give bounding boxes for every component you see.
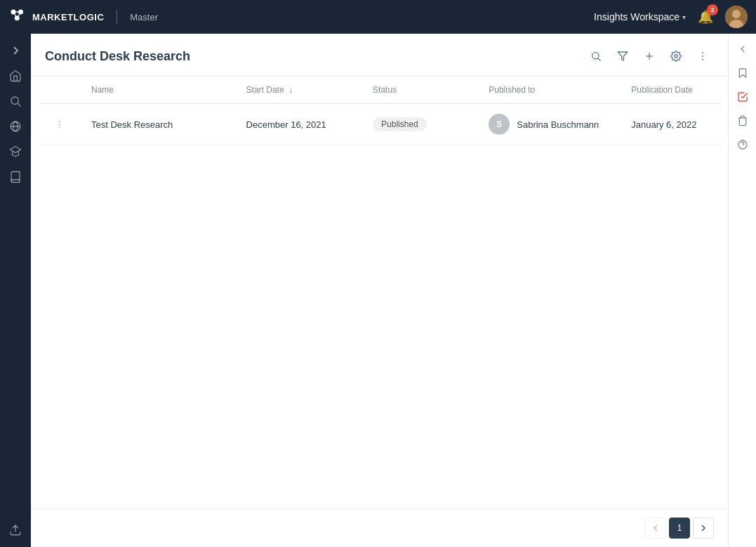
- row-publication-date: January 6, 2022: [620, 104, 719, 145]
- clipboard-check-icon: [737, 91, 748, 103]
- table-header: Name Start Date ↓ Status Published to: [39, 77, 719, 104]
- logo-text: MARKETLOGIC: [32, 12, 104, 22]
- workspace-selector[interactable]: Insights Workspace: [594, 11, 686, 22]
- svg-point-21: [675, 55, 677, 58]
- col-name-header: Name: [80, 77, 235, 104]
- marketlogic-logo: MARKETLOGIC: [8, 7, 104, 27]
- row-status: Published: [362, 104, 477, 145]
- svg-line-17: [598, 58, 601, 61]
- prev-page-button[interactable]: [645, 518, 666, 539]
- settings-button[interactable]: [665, 45, 687, 67]
- home-icon: [9, 70, 22, 82]
- page-1-button[interactable]: 1: [669, 518, 690, 539]
- instance-label: Master: [130, 12, 158, 22]
- next-page-button[interactable]: [693, 518, 714, 539]
- gear-icon: [670, 51, 682, 62]
- content-header: Conduct Desk Research: [31, 34, 728, 77]
- col-published-header: Published to: [477, 77, 620, 104]
- user-name: Sabrina Buschmann: [517, 119, 599, 130]
- research-table: Name Start Date ↓ Status Published to: [39, 77, 719, 145]
- svg-point-7: [732, 10, 741, 18]
- sidebar-item-home[interactable]: [4, 65, 27, 87]
- filter-button[interactable]: [611, 45, 634, 67]
- plus-icon: [644, 51, 655, 62]
- upload-icon: [9, 524, 22, 536]
- svg-point-24: [702, 59, 703, 60]
- more-options-button[interactable]: [691, 45, 714, 67]
- chevron-right-icon: [11, 46, 20, 55]
- chevron-left-icon: [652, 525, 659, 532]
- main-layout: Conduct Desk Research: [0, 34, 756, 547]
- row-published-to: S Sabrina Buschmann: [477, 104, 620, 145]
- row-menu-cell: [39, 104, 80, 145]
- sidebar-item-globe[interactable]: [4, 115, 27, 138]
- globe-icon: [9, 120, 22, 133]
- sidebar-item-search[interactable]: [4, 90, 27, 112]
- search-icon: [590, 51, 602, 62]
- svg-marker-14: [11, 147, 21, 153]
- top-navigation: MARKETLOGIC Master Insights Workspace 🔔 …: [0, 0, 756, 34]
- book-icon: [9, 171, 22, 183]
- filter-icon: [617, 51, 628, 62]
- svg-point-26: [59, 124, 60, 125]
- avatar-inner: [725, 6, 748, 28]
- sidebar-item-documents[interactable]: [4, 166, 27, 188]
- right-sidebar: [728, 34, 756, 547]
- svg-point-25: [59, 121, 60, 122]
- chevron-right-icon: [700, 525, 707, 532]
- svg-point-27: [59, 126, 60, 128]
- sort-icon: ↓: [289, 86, 293, 94]
- add-button[interactable]: [638, 45, 661, 67]
- svg-point-23: [702, 55, 703, 57]
- right-trash-icon[interactable]: [733, 111, 752, 131]
- table-row: Test Desk Research December 16, 2021 Pub…: [39, 104, 719, 145]
- sidebar-item-upload[interactable]: [4, 519, 27, 541]
- logo-divider: [117, 10, 117, 24]
- col-startdate-header[interactable]: Start Date ↓: [235, 77, 362, 104]
- right-tasks-icon[interactable]: [733, 87, 752, 107]
- right-help-icon[interactable]: [733, 135, 752, 154]
- content-area: Conduct Desk Research: [31, 34, 728, 547]
- col-status-header: Status: [362, 77, 477, 104]
- svg-marker-18: [618, 52, 627, 60]
- more-vertical-icon: [55, 119, 65, 129]
- right-sidebar-toggle[interactable]: [733, 39, 752, 59]
- row-name: Test Desk Research: [80, 104, 235, 145]
- sidebar-toggle-button[interactable]: [4, 39, 27, 62]
- logo-svg: [8, 7, 28, 27]
- row-menu-button[interactable]: [51, 118, 69, 131]
- user-cell: S Sabrina Buschmann: [489, 114, 609, 135]
- svg-point-16: [592, 53, 599, 59]
- user-avatar[interactable]: [725, 6, 748, 28]
- graduation-cap-icon: [9, 145, 22, 158]
- table-container: Name Start Date ↓ Status Published to: [31, 77, 728, 508]
- search-button[interactable]: [585, 45, 607, 67]
- avatar-image: [725, 6, 748, 28]
- user-avatar-small: S: [489, 114, 510, 135]
- row-start-date: December 16, 2021: [235, 104, 362, 145]
- trash-icon: [737, 115, 748, 126]
- right-bookmark-icon[interactable]: [733, 63, 752, 83]
- left-sidebar: [0, 34, 31, 547]
- svg-point-9: [11, 97, 19, 105]
- notifications-button[interactable]: 🔔 2: [694, 6, 717, 28]
- logo-area: MARKETLOGIC Master: [8, 7, 594, 27]
- col-menu: [39, 77, 80, 104]
- svg-line-10: [18, 103, 20, 106]
- nav-right: Insights Workspace 🔔 2: [594, 6, 748, 28]
- sidebar-item-learn[interactable]: [4, 140, 27, 163]
- pagination: 1: [31, 508, 728, 547]
- notification-badge: 2: [707, 4, 718, 15]
- bookmark-icon: [737, 67, 748, 79]
- page-title: Conduct Desk Research: [45, 49, 579, 64]
- svg-point-22: [702, 52, 703, 53]
- question-circle-icon: [737, 139, 748, 150]
- status-badge: Published: [373, 117, 427, 131]
- more-vertical-icon: [697, 51, 708, 62]
- col-pubdate-header: Publication Date: [620, 77, 719, 104]
- chevron-left-icon: [737, 44, 748, 55]
- table-body: Test Desk Research December 16, 2021 Pub…: [39, 104, 719, 145]
- header-actions: [585, 45, 714, 67]
- search-icon: [9, 95, 22, 107]
